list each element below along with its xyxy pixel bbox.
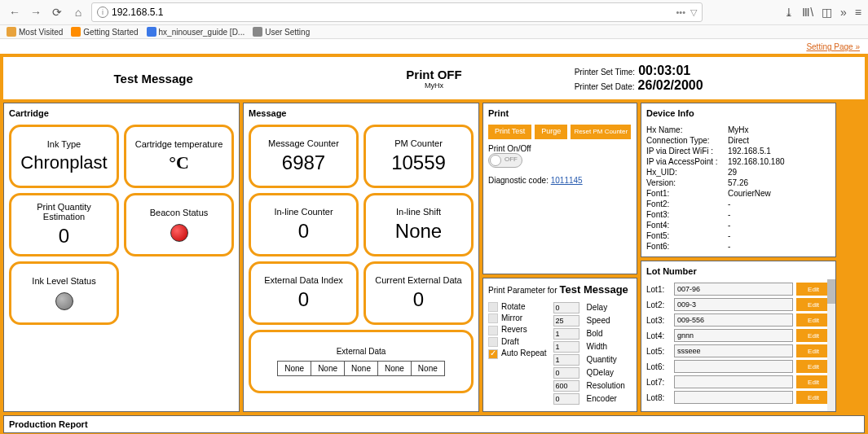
device-val: 192.168.5.1 xyxy=(728,147,831,156)
lot-input[interactable] xyxy=(674,375,793,388)
pp-option[interactable]: Draft xyxy=(488,337,547,347)
lot-input[interactable] xyxy=(674,360,793,373)
bookmark-most-visited[interactable]: Most Visited xyxy=(7,27,63,37)
device-val: - xyxy=(728,210,831,219)
lot-edit-button[interactable]: Edit xyxy=(796,391,831,404)
device-key: Font5: xyxy=(646,231,728,240)
reload-button[interactable]: ⟳ xyxy=(49,4,65,20)
pp-value-input[interactable]: 0 xyxy=(553,393,579,405)
pm-counter-value: 10559 xyxy=(391,151,446,174)
production-report: Production Report xyxy=(3,415,865,433)
print-onoff-label: Print On/Off xyxy=(488,144,632,153)
message-title-label: Message xyxy=(249,108,474,118)
diagnostic-code-link[interactable]: 1011145 xyxy=(551,176,583,185)
overflow-icon[interactable]: » xyxy=(840,6,847,19)
url-bar[interactable]: i ••• ▽ xyxy=(91,2,703,22)
print-test-button[interactable]: Print Test xyxy=(488,125,531,139)
back-button[interactable]: ← xyxy=(7,4,23,20)
purge-button[interactable]: Purge xyxy=(535,125,567,139)
device-val: - xyxy=(728,242,831,251)
pp-value-input[interactable]: 1 xyxy=(553,341,579,353)
pp-option[interactable]: Rotate xyxy=(488,302,547,312)
setting-page-link[interactable]: Setting Page » xyxy=(806,42,860,51)
device-val: - xyxy=(728,231,831,240)
sidebar-icon[interactable]: ◫ xyxy=(822,6,832,19)
lot-input[interactable] xyxy=(674,344,793,357)
bookmark-getting-started[interactable]: Getting Started xyxy=(71,27,138,37)
setting-link-row: Setting Page » xyxy=(0,39,868,54)
device-key: Connection Type: xyxy=(646,136,728,145)
pp-option[interactable]: Auto Repeat xyxy=(488,349,547,358)
lot-edit-button[interactable]: Edit xyxy=(796,360,831,373)
lot-input[interactable] xyxy=(674,329,793,342)
lot-label: Lot2: xyxy=(646,300,671,309)
checkbox-icon[interactable] xyxy=(488,349,498,359)
lot-edit-button[interactable]: Edit xyxy=(796,329,831,342)
lot-edit-button[interactable]: Edit xyxy=(796,344,831,357)
diagnostic-label: Diagnostic code: xyxy=(488,176,549,185)
ext-data-index-label: External Data Index xyxy=(264,275,343,285)
menu-icon[interactable]: ≡ xyxy=(855,6,861,19)
lot-input[interactable] xyxy=(674,283,793,296)
device-val: Direct xyxy=(728,136,831,145)
print-quantity-value: 0 xyxy=(59,225,69,248)
lot-label: Lot6: xyxy=(646,362,671,371)
pm-counter-label: PM Counter xyxy=(394,138,443,148)
device-row: Font6:- xyxy=(646,241,831,252)
pp-value-input[interactable]: 1 xyxy=(553,354,579,366)
inline-shift-value: None xyxy=(395,220,442,243)
pp-value-input[interactable]: 600 xyxy=(553,380,579,392)
scrollbar[interactable] xyxy=(827,279,835,411)
message-counter-label: Message Counter xyxy=(268,138,339,148)
lot-edit-button[interactable]: Edit xyxy=(796,375,831,388)
lot-label: Lot1: xyxy=(646,285,671,294)
pp-option[interactable]: Revers xyxy=(488,325,547,335)
pp-value-input[interactable]: 0 xyxy=(553,302,579,313)
shield-icon[interactable]: ▽ xyxy=(690,7,697,18)
checkbox-icon[interactable] xyxy=(488,337,498,347)
pp-option[interactable]: Mirror xyxy=(488,313,547,323)
header-right: Printer Set Time: 00:03:01 Printer Set D… xyxy=(575,64,855,93)
scrollbar-thumb[interactable] xyxy=(827,279,835,304)
forward-button[interactable]: → xyxy=(28,4,44,20)
device-val: - xyxy=(728,199,831,208)
lot-edit-button[interactable]: Edit xyxy=(796,298,831,311)
ink-level-dot xyxy=(55,292,73,310)
lot-edit-button[interactable]: Edit xyxy=(796,313,831,327)
library-icon[interactable]: Ⅲ\ xyxy=(802,6,813,19)
checkbox-icon[interactable] xyxy=(488,326,498,335)
url-input[interactable] xyxy=(112,7,672,18)
ink-level-label: Ink Level Status xyxy=(32,276,95,286)
lot-input[interactable] xyxy=(674,313,793,327)
device-row: IP via AccessPoint :192.168.10.180 xyxy=(646,156,831,167)
lot-input[interactable] xyxy=(674,298,793,311)
device-key: Hx_UID: xyxy=(646,168,728,177)
ink-type-tile: Ink Type Chronplast xyxy=(9,125,119,188)
download-icon[interactable]: ⤓ xyxy=(784,6,794,19)
pp-param-label: Quantity xyxy=(587,355,632,364)
device-val: 29 xyxy=(728,168,831,177)
print-quantity-tile: Print Quantity Estimation 0 xyxy=(9,193,119,256)
lot-row: Lot7:Edit xyxy=(646,375,831,388)
pp-value-input[interactable]: 0 xyxy=(553,367,579,379)
bookmark-hx-guide[interactable]: hx_ninouser_guide [D... xyxy=(147,27,245,37)
printer-time-value: 00:03:01 xyxy=(638,64,690,78)
lot-label: Lot5: xyxy=(646,347,671,356)
header-left: Test Message xyxy=(13,72,293,85)
print-onoff-toggle[interactable]: OFF xyxy=(488,153,522,168)
lot-input[interactable] xyxy=(674,391,793,404)
more-icon[interactable]: ••• xyxy=(676,7,685,18)
message-counter-tile: Message Counter 6987 xyxy=(249,125,359,188)
bookmark-user-setting[interactable]: User Setting xyxy=(253,27,310,37)
home-button[interactable]: ⌂ xyxy=(70,4,86,20)
lot-edit-button[interactable]: Edit xyxy=(796,283,831,296)
checkbox-icon[interactable] xyxy=(488,313,498,323)
bookmark-icon xyxy=(147,27,156,37)
pp-value-input[interactable]: 25 xyxy=(553,315,579,327)
device-val: 57.26 xyxy=(728,178,831,187)
pp-value-input[interactable]: 1 xyxy=(553,328,579,340)
reset-pm-button[interactable]: Reset PM Counter xyxy=(571,125,631,139)
checkbox-icon[interactable] xyxy=(488,302,498,312)
print-quantity-label: Print Quantity Estimation xyxy=(16,202,112,221)
info-icon[interactable]: i xyxy=(97,7,108,18)
